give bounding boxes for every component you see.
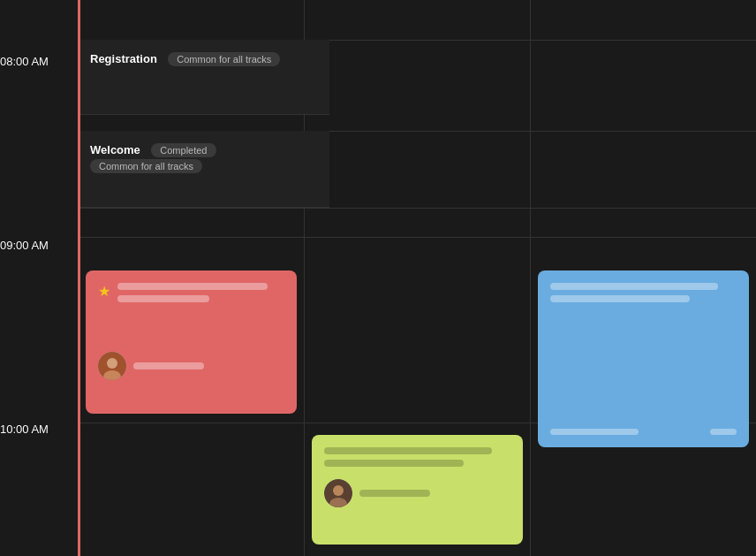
- time-label-10am: 10:00 AM: [0, 423, 78, 436]
- card-line-2: [117, 295, 209, 302]
- event-card-blue[interactable]: [538, 270, 749, 447]
- welcome-title: Welcome: [90, 143, 140, 156]
- card-line-1: [117, 283, 268, 290]
- welcome-block: Welcome Completed Common for all tracks: [78, 131, 329, 208]
- svg-point-4: [333, 485, 344, 496]
- green-line-1: [324, 447, 492, 454]
- blue-bottom-line: [550, 429, 639, 435]
- red-accent-bar: [78, 0, 80, 556]
- avatar-red: [98, 352, 126, 380]
- registration-badge: Common for all tracks: [168, 52, 280, 66]
- track-column-2: [530, 0, 756, 556]
- event-card-green[interactable]: [312, 435, 523, 545]
- welcome-badge-common: Common for all tracks: [90, 159, 202, 173]
- time-label-8am: 08:00 AM: [0, 55, 78, 68]
- blue-line-2: [550, 295, 690, 302]
- svg-point-1: [107, 358, 117, 369]
- track-column-1: [304, 0, 530, 556]
- columns-area: Registration Common for all tracks Welco…: [78, 0, 756, 556]
- time-label-9am: 09:00 AM: [0, 239, 78, 252]
- event-card-red[interactable]: ★: [86, 270, 297, 414]
- registration-title: Registration: [90, 52, 157, 65]
- schedule-view: 08:00 AM 09:00 AM 10:00 AM Registration …: [0, 0, 756, 556]
- time-column: 08:00 AM 09:00 AM 10:00 AM: [0, 0, 78, 556]
- blue-bottom-dot: [710, 429, 737, 435]
- avatar-name-line-green: [359, 490, 430, 497]
- green-line-2: [324, 460, 464, 467]
- blue-line-1: [550, 283, 718, 290]
- blue-card-bottom: [550, 429, 737, 435]
- registration-block: Registration Common for all tracks: [78, 40, 329, 115]
- star-icon: ★: [98, 283, 110, 300]
- avatar-name-line-red: [133, 362, 204, 369]
- avatar-green: [324, 479, 352, 507]
- welcome-badge-completed: Completed: [151, 143, 215, 157]
